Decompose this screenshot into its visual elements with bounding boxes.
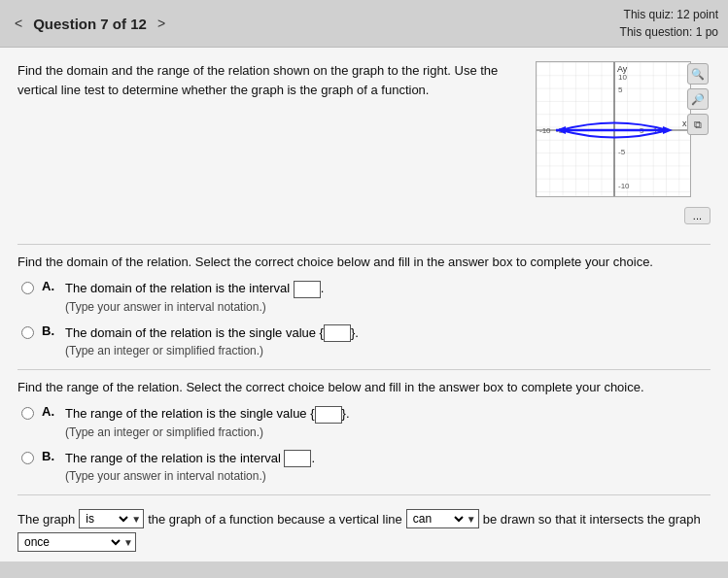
- range-option-b-row: B. The range of the relation is the inte…: [21, 449, 711, 486]
- domain-option-b-row: B. The domain of the relation is the sin…: [21, 323, 711, 360]
- svg-text:10: 10: [618, 73, 627, 82]
- bottom-part2: the graph of a function because a vertic…: [148, 512, 402, 527]
- next-button[interactable]: >: [153, 14, 170, 33]
- range-b-subtext: (Type your answer in interval notation.): [65, 467, 711, 485]
- domain-option-a-label: A.: [42, 279, 57, 293]
- domain-option-a-row: A. The domain of the relation is the int…: [21, 279, 711, 316]
- range-option-a-label: A.: [42, 404, 57, 419]
- zoom-out-icon[interactable]: 🔎: [687, 88, 709, 110]
- divider3: [17, 494, 711, 495]
- more-button[interactable]: ...: [684, 207, 711, 224]
- domain-option-a-radio[interactable]: [21, 282, 34, 294]
- is-isnot-dropdown[interactable]: is is not: [80, 510, 131, 527]
- domain-option-a-text: The domain of the relation is the interv…: [65, 279, 711, 316]
- bottom-part1: The graph: [17, 512, 75, 527]
- domain-b-input[interactable]: [324, 324, 351, 342]
- range-option-a-radio[interactable]: [21, 407, 34, 420]
- domain-a-subtext: (Type your answer in interval notation.): [65, 298, 711, 316]
- question-text: Find the domain and the range of the rel…: [17, 61, 526, 197]
- can-cannot-dropdown[interactable]: can cannot: [407, 510, 467, 527]
- domain-option-b-label: B.: [42, 323, 57, 338]
- zoom-in-icon[interactable]: 🔍: [687, 63, 709, 85]
- prev-button[interactable]: <: [10, 14, 27, 33]
- question-area: Find the domain and the range of the rel…: [17, 61, 711, 197]
- range-a-input[interactable]: [315, 406, 342, 424]
- svg-text:-5: -5: [618, 148, 626, 156]
- domain-b-subtext: (Type an integer or simplified fraction.…: [65, 342, 711, 359]
- quiz-info: This quiz: 12 point This question: 1 po: [620, 6, 718, 41]
- graph-box: x Ay 10 5 -10 -5 5 10 -5 -10: [536, 61, 691, 197]
- range-option-a-row: A. The range of the relation is the sing…: [21, 404, 711, 441]
- times-arrow: ▼: [123, 537, 135, 548]
- divider2: [17, 369, 711, 370]
- can-cannot-arrow: ▼: [467, 514, 478, 525]
- range-option-b-label: B.: [42, 449, 57, 463]
- range-b-input[interactable]: [284, 450, 311, 467]
- svg-text:-10: -10: [539, 126, 551, 135]
- domain-section-question: Find the domain of the relation. Select …: [17, 255, 711, 269]
- top-bar: < Question 7 of 12 > This quiz: 12 point…: [0, 0, 728, 48]
- expand-icon[interactable]: ⧉: [687, 114, 709, 135]
- quiz-info-line2: This question: 1 po: [620, 23, 718, 41]
- divider1: [17, 244, 711, 245]
- times-dropdown[interactable]: once more than once at most once: [18, 533, 123, 551]
- can-cannot-dropdown-wrap[interactable]: can cannot ▼: [406, 509, 479, 528]
- range-b-text: The range of the relation is the interva…: [65, 451, 284, 465]
- range-option-a-text: The range of the relation is the single …: [65, 404, 711, 441]
- is-isnot-dropdown-wrap[interactable]: is is not ▼: [79, 509, 144, 528]
- svg-text:-10: -10: [618, 182, 630, 190]
- range-a-subtext: (Type an integer or simplified fraction.…: [65, 424, 711, 441]
- domain-option-b-radio[interactable]: [21, 326, 34, 339]
- domain-b-text: The domain of the relation is the single…: [65, 325, 324, 340]
- bottom-statement: The graph is is not ▼ the graph of a fun…: [17, 509, 711, 552]
- nav-area: < Question 7 of 12 >: [10, 14, 170, 33]
- bottom-part3: be drawn so that it intersects the graph: [483, 512, 701, 527]
- range-option-b-radio[interactable]: [21, 452, 34, 464]
- is-isnot-arrow: ▼: [131, 514, 143, 525]
- graph-container: x Ay 10 5 -10 -5 5 10 -5 -10: [536, 61, 711, 197]
- question-label: Question 7 of 12: [33, 16, 147, 32]
- domain-a-text: The domain of the relation is the interv…: [65, 281, 294, 295]
- range-option-b-text: The range of the relation is the interva…: [65, 449, 711, 486]
- graph-svg: x Ay 10 5 -10 -5 5 10 -5 -10: [537, 62, 691, 197]
- range-section-question: Find the range of the relation. Select t…: [17, 380, 711, 394]
- svg-text:5: 5: [618, 85, 623, 94]
- domain-a-input[interactable]: [294, 281, 321, 298]
- quiz-info-line1: This quiz: 12 point: [620, 6, 718, 23]
- times-dropdown-wrap[interactable]: once more than once at most once ▼: [17, 532, 136, 552]
- domain-option-b-text: The domain of the relation is the single…: [65, 323, 711, 360]
- range-a-text: The range of the relation is the single …: [65, 406, 315, 421]
- graph-icons: 🔍 🔎 ⧉: [685, 61, 711, 137]
- main-content: Find the domain and the range of the rel…: [0, 48, 728, 561]
